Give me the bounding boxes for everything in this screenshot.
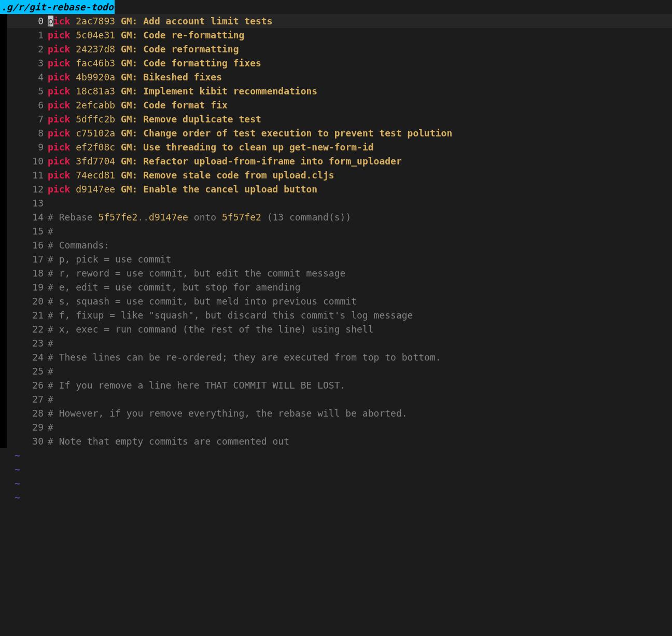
line-number: 30 — [7, 434, 48, 448]
editor-line[interactable]: 29# — [0, 420, 672, 434]
line-number: 6 — [7, 98, 48, 112]
commit-hash: c75102a — [76, 128, 115, 139]
line-content[interactable]: # — [48, 392, 53, 406]
editor-line[interactable]: 1pick 5c04e31 GM: Code re-formatting — [0, 28, 672, 42]
editor-line[interactable]: 6pick 2efcabb GM: Code format fix — [0, 98, 672, 112]
line-content[interactable]: pick 3fd7704 GM: Refactor upload-from-if… — [48, 154, 402, 168]
line-content[interactable]: # Note that empty commits are commented … — [48, 434, 289, 448]
rebase-action: ick — [53, 16, 71, 26]
gutter — [0, 210, 7, 224]
editor-line[interactable]: 26# If you remove a line here THAT COMMI… — [0, 378, 672, 392]
gutter — [0, 168, 7, 182]
line-content[interactable]: pick 5c04e31 GM: Code re-formatting — [48, 28, 244, 42]
line-content[interactable]: # r, reword = use commit, but edit the c… — [48, 266, 345, 280]
line-content[interactable]: # f, fixup = like "squash", but discard … — [48, 308, 413, 322]
editor-line[interactable]: 8pick c75102a GM: Change order of test e… — [0, 126, 672, 140]
gutter — [0, 126, 7, 140]
editor-line[interactable]: 17# p, pick = use commit — [0, 252, 672, 266]
rebase-action: pick — [48, 114, 70, 125]
editor-line[interactable]: 23# — [0, 336, 672, 350]
rebase-action: pick — [48, 128, 70, 139]
line-content[interactable]: # e, edit = use commit, but stop for ame… — [48, 280, 301, 294]
gutter — [0, 378, 7, 392]
editor-line[interactable]: 15# — [0, 224, 672, 238]
line-number: 8 — [7, 126, 48, 140]
gutter — [0, 182, 7, 196]
commit-message: GM: Code formatting fixes — [121, 58, 261, 68]
commit-hash: 18c81a3 — [76, 86, 115, 96]
line-content[interactable]: # — [48, 336, 53, 350]
line-content[interactable]: pick 4b9920a GM: Bikeshed fixes — [48, 70, 222, 84]
cursor: p — [48, 16, 53, 26]
commit-hash: 5c04e31 — [76, 30, 115, 40]
editor-line[interactable]: 27# — [0, 392, 672, 406]
editor-viewport[interactable]: 0pick 2ac7893 GM: Add account limit test… — [0, 14, 672, 504]
editor-line[interactable]: 4pick 4b9920a GM: Bikeshed fixes — [0, 70, 672, 84]
editor-line[interactable]: 24# These lines can be re-ordered; they … — [0, 350, 672, 364]
line-number: 9 — [7, 140, 48, 154]
empty-line-tilde: ~ — [0, 448, 672, 462]
line-content[interactable]: # — [48, 224, 53, 238]
editor-line[interactable]: 21# f, fixup = like "squash", but discar… — [0, 308, 672, 322]
comment-text: # Commands: — [48, 240, 109, 251]
editor-line[interactable]: 25# — [0, 364, 672, 378]
editor-line[interactable]: 2pick 24237d8 GM: Code reformatting — [0, 42, 672, 56]
line-content[interactable]: # Rebase 5f57fe2..d9147ee onto 5f57fe2 (… — [48, 210, 351, 224]
editor-line[interactable]: 3pick fac46b3 GM: Code formatting fixes — [0, 56, 672, 70]
editor-line[interactable]: 22# x, exec = run command (the rest of t… — [0, 322, 672, 336]
commit-hash: 74ecd81 — [76, 170, 115, 181]
editor-line[interactable]: 14# Rebase 5f57fe2..d9147ee onto 5f57fe2… — [0, 210, 672, 224]
line-content[interactable]: pick c75102a GM: Change order of test ex… — [48, 126, 452, 140]
commit-hash: 2efcabb — [76, 100, 115, 110]
line-content[interactable]: pick ef2f08c GM: Use threading to clean … — [48, 140, 374, 154]
editor-line[interactable]: 16# Commands: — [0, 238, 672, 252]
line-content[interactable]: pick 74ecd81 GM: Remove stale code from … — [48, 168, 334, 182]
gutter — [0, 84, 7, 98]
line-content[interactable]: pick d9147ee GM: Enable the cancel uploa… — [48, 182, 317, 196]
commit-message: GM: Bikeshed fixes — [121, 72, 222, 82]
editor-line[interactable]: 0pick 2ac7893 GM: Add account limit test… — [0, 14, 672, 28]
commit-message: GM: Implement kibit recommendations — [121, 86, 317, 96]
editor-line[interactable]: 9pick ef2f08c GM: Use threading to clean… — [0, 140, 672, 154]
gutter — [0, 294, 7, 308]
line-number: 26 — [7, 378, 48, 392]
editor-line[interactable]: 19# e, edit = use commit, but stop for a… — [0, 280, 672, 294]
editor-line[interactable]: 18# r, reword = use commit, but edit the… — [0, 266, 672, 280]
editor-line[interactable]: 13 — [0, 196, 672, 210]
line-content[interactable]: pick 18c81a3 GM: Implement kibit recomme… — [48, 84, 317, 98]
gutter — [0, 406, 7, 420]
commit-message: GM: Enable the cancel upload button — [121, 184, 317, 195]
line-number: 5 — [7, 84, 48, 98]
line-content[interactable]: pick 5dffc2b GM: Remove duplicate test — [48, 112, 261, 126]
comment-text: # Rebase — [48, 212, 99, 223]
editor-line[interactable]: 12pick d9147ee GM: Enable the cancel upl… — [0, 182, 672, 196]
rebase-action: pick — [48, 86, 70, 96]
line-content[interactable]: # However, if you remove everything, the… — [48, 406, 408, 420]
line-content[interactable]: # If you remove a line here THAT COMMIT … — [48, 378, 345, 392]
line-content[interactable]: pick 24237d8 GM: Code reformatting — [48, 42, 239, 56]
line-content[interactable]: # — [48, 364, 53, 378]
editor-line[interactable]: 11pick 74ecd81 GM: Remove stale code fro… — [0, 168, 672, 182]
line-number: 22 — [7, 322, 48, 336]
editor-line[interactable]: 20# s, squash = use commit, but meld int… — [0, 294, 672, 308]
line-content[interactable]: # Commands: — [48, 238, 109, 252]
line-number: 11 — [7, 168, 48, 182]
gutter — [0, 238, 7, 252]
editor-line[interactable]: 5pick 18c81a3 GM: Implement kibit recomm… — [0, 84, 672, 98]
line-content[interactable]: # These lines can be re-ordered; they ar… — [48, 350, 441, 364]
line-content[interactable]: # s, squash = use commit, but meld into … — [48, 294, 357, 308]
line-content[interactable]: # p, pick = use commit — [48, 252, 171, 266]
line-content[interactable]: # x, exec = run command (the rest of the… — [48, 322, 374, 336]
line-content[interactable]: pick 2ac7893 GM: Add account limit tests — [48, 14, 273, 28]
editor-line[interactable]: 10pick 3fd7704 GM: Refactor upload-from-… — [0, 154, 672, 168]
line-content[interactable]: # — [48, 420, 53, 434]
comment-text: # Note that empty commits are commented … — [48, 436, 289, 447]
line-number: 29 — [7, 420, 48, 434]
editor-line[interactable]: 30# Note that empty commits are commente… — [0, 434, 672, 448]
line-content[interactable]: pick fac46b3 GM: Code formatting fixes — [48, 56, 261, 70]
rebase-action: pick — [48, 156, 70, 167]
editor-line[interactable]: 28# However, if you remove everything, t… — [0, 406, 672, 420]
editor-line[interactable]: 7pick 5dffc2b GM: Remove duplicate test — [0, 112, 672, 126]
line-content[interactable]: pick 2efcabb GM: Code format fix — [48, 98, 228, 112]
line-number: 7 — [7, 112, 48, 126]
